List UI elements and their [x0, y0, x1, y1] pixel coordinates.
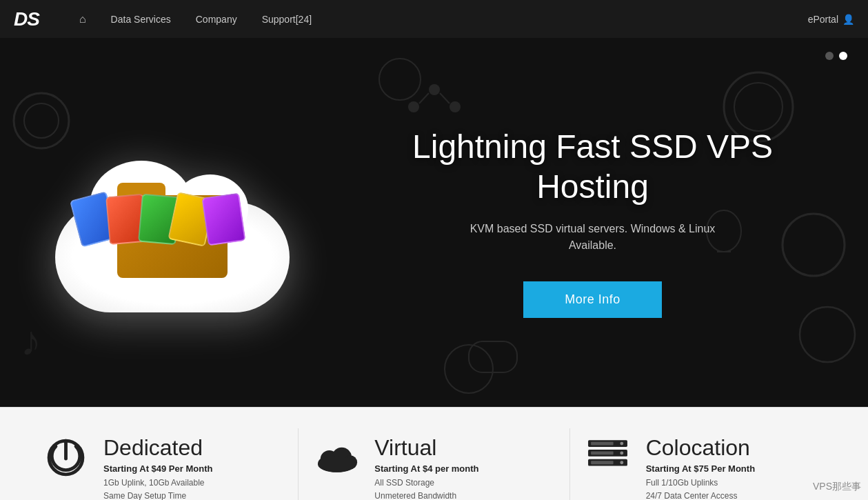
logo-s: S — [27, 8, 39, 30]
feature-virtual: Virtual Starting At $4 per month All SSD… — [299, 428, 569, 500]
nav-links: ⌂ Data Services Company Support[24] — [67, 13, 808, 26]
cloud-illustration — [41, 112, 303, 333]
media-icons — [75, 195, 237, 243]
hero-illustration — [0, 38, 345, 407]
more-info-button[interactable]: More Info — [523, 281, 662, 318]
carousel-dot-2[interactable] — [839, 52, 847, 60]
user-icon: 👤 — [842, 14, 854, 25]
virtual-text: Virtual Starting At $4 per month All SSD… — [374, 435, 478, 500]
logo[interactable]: DS — [14, 8, 39, 30]
hero-title: Lightning Fast SSD VPSHosting — [359, 127, 827, 206]
logo-d: D — [14, 8, 27, 30]
virtual-desc: All SSD Storage Unmetered Bandwidth — [374, 477, 478, 500]
features-section: Dedicated Starting At $49 Per Month 1Gb … — [0, 407, 868, 500]
svg-point-28 — [620, 451, 624, 454]
carousel-dot-1[interactable] — [825, 52, 834, 60]
home-nav-item[interactable]: ⌂ — [67, 13, 99, 26]
svg-point-29 — [620, 461, 624, 464]
svg-rect-32 — [591, 461, 614, 464]
feature-colocation: Colocation Starting At $75 Per Month Ful… — [570, 428, 840, 500]
media-icon-5 — [201, 192, 245, 246]
nav-item-support[interactable]: Support[24] — [250, 14, 324, 25]
colocation-icon — [584, 435, 632, 473]
svg-point-23 — [318, 457, 356, 472]
virtual-price: Starting At $4 per month — [374, 463, 478, 474]
power-icon-svg — [43, 435, 88, 480]
dedicated-desc: 1Gb Uplink, 10Gb Available Same Day Setu… — [103, 477, 212, 500]
carousel-dots — [825, 52, 847, 60]
dedicated-icon — [41, 435, 90, 480]
svg-rect-31 — [591, 451, 614, 454]
svg-rect-30 — [591, 442, 614, 446]
virtual-icon — [312, 435, 361, 477]
colocation-title: Colocation — [646, 435, 755, 461]
colocation-desc: Full 1/10Gb Uplinks 24/7 Data Center Acc… — [646, 477, 755, 500]
feature-dedicated: Dedicated Starting At $49 Per Month 1Gb … — [28, 428, 299, 500]
hero-subtitle: KVM based SSD virtual servers. Windows &… — [359, 221, 827, 254]
nav-item-company[interactable]: Company — [183, 14, 250, 25]
hero-section: ♪ — [0, 38, 868, 407]
cloud-icon-svg — [314, 435, 359, 477]
dedicated-text: Dedicated Starting At $49 Per Month 1Gb … — [103, 435, 212, 500]
eportal-nav-item[interactable]: ePortal 👤 — [808, 14, 854, 25]
svg-point-27 — [620, 442, 624, 446]
hero-text-area: Lightning Fast SSD VPSHosting KVM based … — [345, 127, 868, 317]
eportal-label: ePortal — [808, 14, 838, 25]
dedicated-title: Dedicated — [103, 435, 212, 461]
virtual-title: Virtual — [374, 435, 478, 461]
colocation-price: Starting At $75 Per Month — [646, 463, 755, 474]
colocation-text: Colocation Starting At $75 Per Month Ful… — [646, 435, 755, 500]
dedicated-price: Starting At $49 Per Month — [103, 463, 212, 474]
hero-content: Lightning Fast SSD VPSHosting KVM based … — [0, 38, 868, 407]
server-icon-svg — [585, 435, 630, 473]
nav-item-data-services[interactable]: Data Services — [99, 14, 183, 25]
navbar: DS ⌂ Data Services Company Support[24] e… — [0, 0, 868, 38]
